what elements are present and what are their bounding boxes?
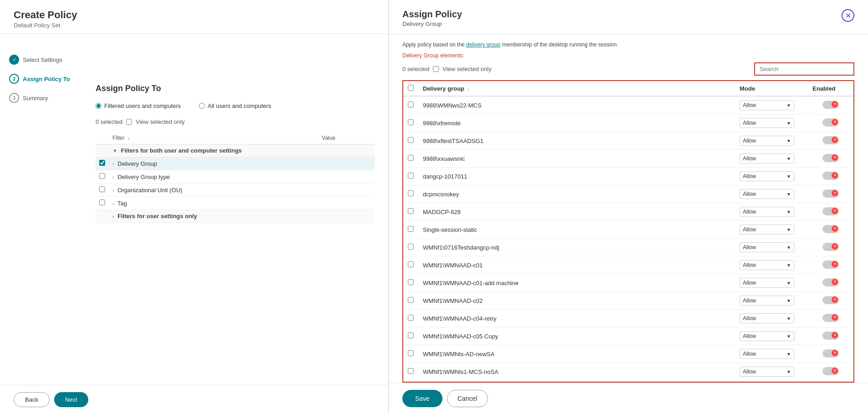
row-mode-10[interactable]: Allow ▼ (735, 274, 808, 292)
mode-select-0[interactable]: Allow ▼ (740, 100, 794, 110)
filter-tag[interactable]: › Tag (96, 197, 375, 210)
filter-group-both[interactable]: ▼ Filters for both user and computer set… (96, 144, 375, 157)
row-enabled-10[interactable] (808, 274, 853, 292)
row-enabled-4[interactable] (808, 168, 853, 185)
sidebar-item-assign-policy[interactable]: 2 Assign Policy To (0, 69, 82, 88)
toggle-12[interactable] (822, 314, 839, 322)
row-checkbox-12[interactable] (408, 315, 414, 321)
row-mode-5[interactable]: Allow ▼ (735, 185, 808, 203)
row-enabled-2[interactable] (808, 132, 853, 150)
filter-delivery-group[interactable]: › Delivery Group (96, 157, 375, 170)
row-checkbox-0[interactable] (408, 102, 414, 107)
sidebar-item-summary[interactable]: 3 Summary (0, 88, 82, 107)
row-checkbox-1[interactable] (408, 119, 414, 125)
row-mode-2[interactable]: Allow ▼ (735, 132, 808, 150)
mode-select-1[interactable]: Allow ▼ (740, 118, 794, 128)
row-mode-9[interactable]: Allow ▼ (735, 256, 808, 274)
mode-select-5[interactable]: Allow ▼ (740, 189, 794, 199)
row-check-cell[interactable] (403, 256, 418, 274)
row-mode-0[interactable]: Allow ▼ (735, 96, 808, 114)
row-checkbox-5[interactable] (408, 190, 414, 196)
row-check-cell[interactable] (403, 132, 418, 150)
search-input[interactable] (754, 62, 854, 76)
row-enabled-12[interactable] (808, 310, 853, 327)
row-checkbox-2[interactable] (408, 137, 414, 143)
mode-select-11[interactable]: Allow ▼ (740, 296, 794, 306)
row-enabled-1[interactable] (808, 114, 853, 132)
radio-filtered[interactable]: Filtered users and computers (96, 102, 181, 109)
row-mode-8[interactable]: Allow ▼ (735, 239, 808, 256)
row-enabled-15[interactable] (808, 363, 853, 381)
row-enabled-6[interactable] (808, 203, 853, 221)
delivery-group-checkbox[interactable] (99, 160, 105, 166)
mode-select-15[interactable]: Allow ▼ (740, 367, 794, 377)
mode-select-2[interactable]: Allow ▼ (740, 136, 794, 146)
row-check-cell[interactable] (403, 363, 418, 381)
toggle-3[interactable] (822, 154, 839, 162)
row-mode-3[interactable]: Allow ▼ (735, 150, 808, 168)
row-enabled-7[interactable] (808, 221, 853, 239)
row-checkbox-14[interactable] (408, 350, 414, 356)
radio-all-input[interactable] (199, 103, 205, 109)
close-button[interactable]: ✕ (842, 9, 854, 22)
row-enabled-5[interactable] (808, 185, 853, 203)
row-checkbox-6[interactable] (408, 208, 414, 214)
toggle-2[interactable] (822, 136, 839, 144)
dg-type-check-cell[interactable] (96, 170, 109, 184)
next-button[interactable]: Next (54, 392, 88, 407)
row-enabled-3[interactable] (808, 150, 853, 168)
ou-checkbox[interactable] (99, 186, 105, 192)
mode-select-7[interactable]: Allow ▼ (740, 225, 794, 235)
row-mode-11[interactable]: Allow ▼ (735, 292, 808, 310)
row-checkbox-13[interactable] (408, 332, 414, 338)
delivery-group-link[interactable]: delivery group (466, 41, 500, 48)
mode-select-8[interactable]: Allow ▼ (740, 242, 794, 252)
radio-filtered-input[interactable] (96, 103, 102, 109)
sidebar-item-select-settings[interactable]: ✓ Select Settings (0, 50, 82, 69)
delivery-group-check-cell[interactable] (96, 157, 109, 170)
row-checkbox-11[interactable] (408, 297, 414, 303)
row-mode-12[interactable]: Allow ▼ (735, 310, 808, 327)
cancel-button[interactable]: Cancel (447, 390, 488, 407)
row-checkbox-4[interactable] (408, 173, 414, 179)
header-delivery-group[interactable]: Delivery group ↓ (418, 81, 735, 96)
toggle-15[interactable] (822, 367, 839, 375)
row-check-cell[interactable] (403, 114, 418, 132)
mode-select-9[interactable]: Allow ▼ (740, 260, 794, 270)
tag-checkbox[interactable] (99, 199, 105, 205)
toggle-6[interactable] (822, 207, 839, 215)
mode-select-3[interactable]: Allow ▼ (740, 153, 794, 164)
row-checkbox-15[interactable] (408, 368, 414, 374)
save-button[interactable]: Save (402, 390, 442, 407)
row-check-cell[interactable] (403, 96, 418, 114)
row-enabled-14[interactable] (808, 345, 853, 363)
row-checkbox-3[interactable] (408, 155, 414, 161)
row-check-cell[interactable] (403, 203, 418, 221)
toggle-0[interactable] (822, 101, 839, 109)
toggle-1[interactable] (822, 118, 839, 127)
mode-select-10[interactable]: Allow ▼ (740, 278, 794, 288)
toggle-8[interactable] (822, 243, 839, 251)
mode-select-12[interactable]: Allow ▼ (740, 313, 794, 323)
mode-select-14[interactable]: Allow ▼ (740, 349, 794, 359)
modal-view-selected-checkbox[interactable] (433, 66, 439, 72)
row-checkbox-10[interactable] (408, 279, 414, 285)
row-checkbox-7[interactable] (408, 226, 414, 232)
select-all-checkbox[interactable] (408, 85, 414, 91)
toggle-11[interactable] (822, 296, 839, 304)
row-enabled-11[interactable] (808, 292, 853, 310)
mode-select-4[interactable]: Allow ▼ (740, 171, 794, 181)
dg-type-checkbox[interactable] (99, 173, 105, 179)
row-check-cell[interactable] (403, 185, 418, 203)
row-checkbox-8[interactable] (408, 244, 414, 250)
toggle-9[interactable] (822, 261, 839, 269)
row-mode-6[interactable]: Allow ▼ (735, 203, 808, 221)
row-mode-4[interactable]: Allow ▼ (735, 168, 808, 185)
mode-select-13[interactable]: Allow ▼ (740, 331, 794, 341)
row-check-cell[interactable] (403, 274, 418, 292)
row-check-cell[interactable] (403, 239, 418, 256)
filter-ou[interactable]: › Organizational Unit (OU) (96, 184, 375, 197)
toggle-10[interactable] (822, 278, 839, 286)
row-mode-15[interactable]: Allow ▼ (735, 363, 808, 381)
toggle-5[interactable] (822, 189, 839, 198)
